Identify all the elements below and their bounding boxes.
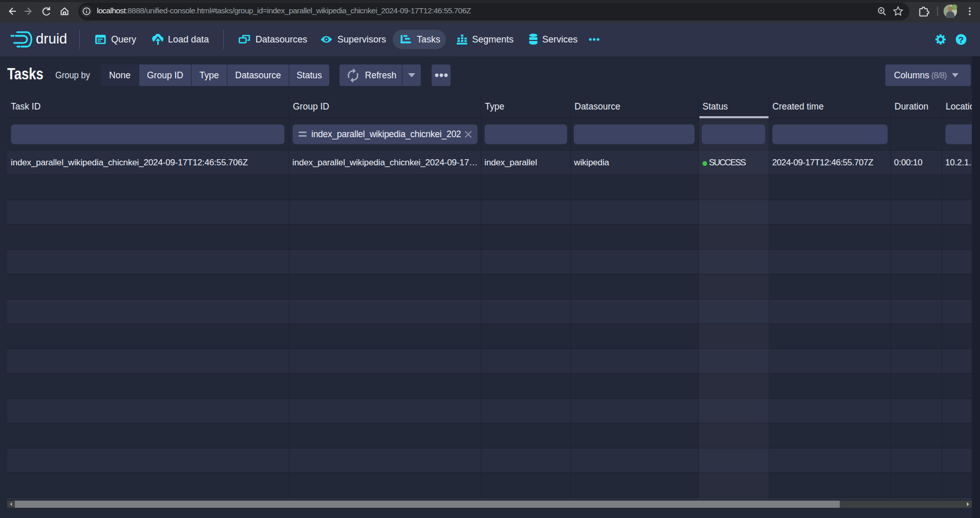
svg-text:druid: druid <box>36 31 67 47</box>
svg-text:?: ? <box>958 35 964 45</box>
